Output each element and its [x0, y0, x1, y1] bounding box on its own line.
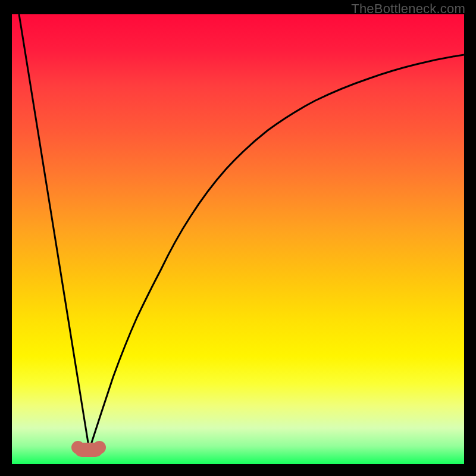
chart-frame: TheBottleneck.com: [0, 0, 476, 476]
curve-right-branch: [89, 55, 464, 450]
plot-area: [12, 14, 464, 464]
curve-svg: [12, 14, 464, 464]
curve-left-branch: [19, 14, 89, 450]
min-marker-blob: [74, 443, 104, 457]
